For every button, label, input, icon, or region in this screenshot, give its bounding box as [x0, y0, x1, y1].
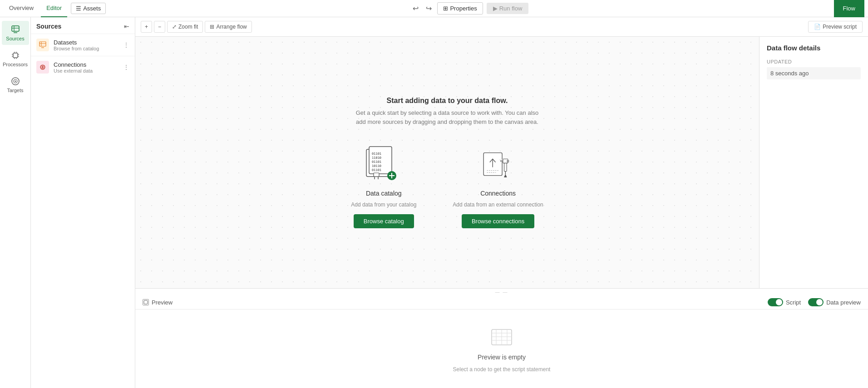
preview-script-icon: 📄 — [814, 24, 821, 30]
sources-panel-title: Sources — [36, 23, 61, 30]
source-datasets-text: Datasets Browse from catalog — [54, 39, 118, 51]
right-panel: Data flow details Updated 8 seconds ago — [759, 37, 868, 288]
assets-icon: ☰ — [76, 5, 81, 12]
play-icon: ▶ — [493, 5, 498, 12]
zoom-fit-icon: ⤢ — [172, 24, 177, 30]
arrange-flow-icon: ⊞ — [210, 24, 214, 30]
script-toggle[interactable] — [768, 298, 783, 306]
redo-button[interactable]: ↪ — [424, 2, 434, 15]
svg-rect-30 — [374, 173, 379, 177]
svg-rect-0 — [12, 26, 19, 31]
sources-panel: Sources ⇤ Datasets Browse from catalog ⋮ — [31, 17, 135, 388]
svg-text:01101: 01101 — [372, 152, 381, 156]
tab-editor[interactable]: Editor — [41, 0, 67, 17]
sources-icon — [10, 25, 20, 34]
svg-rect-16 — [39, 42, 46, 46]
data-preview-toggle-label: Data preview — [826, 299, 861, 306]
preview-empty-icon — [490, 325, 513, 348]
preview-label[interactable]: Preview — [143, 299, 173, 306]
svg-rect-41 — [503, 159, 508, 163]
targets-icon — [10, 76, 20, 86]
svg-point-15 — [15, 81, 16, 82]
connections-more-button[interactable]: ⋮ — [123, 64, 129, 71]
preview-empty-title: Preview is empty — [478, 354, 526, 361]
top-nav-right: ↩ ↪ ⊞ Properties ▶ Run flow — [411, 2, 528, 15]
connections-option-desc: Add data from an external connection — [453, 201, 543, 208]
svg-text:01101: 01101 — [372, 168, 381, 172]
main-area: Sources Processors — [0, 17, 868, 388]
right-panel-title: Data flow details — [767, 44, 861, 52]
script-toggle-item: Script — [768, 298, 801, 306]
preview-empty-state: Preview is empty Select a node to get th… — [135, 309, 868, 388]
source-connections-text: Connections Use external data — [54, 61, 118, 74]
preview-script-button[interactable]: 📄 Preview script — [808, 21, 863, 33]
top-nav: Overview Editor ☰ Assets ↩ ↪ ⊞ Propertie… — [0, 0, 868, 17]
connections-option-title: Connections — [480, 190, 516, 197]
source-item-datasets[interactable]: Datasets Browse from catalog ⋮ — [31, 34, 135, 56]
properties-button[interactable]: ⊞ Properties — [437, 2, 483, 15]
tab-assets[interactable]: ☰ Assets — [71, 3, 106, 14]
preview-empty-desc: Select a node to get the script statemen… — [453, 366, 551, 373]
browse-catalog-button[interactable]: Browse catalog — [354, 214, 414, 228]
svg-point-45 — [500, 160, 502, 162]
targets-label: Targets — [7, 88, 23, 93]
zoom-out-button[interactable]: − — [154, 21, 165, 33]
sidebar-item-targets[interactable]: Targets — [2, 73, 29, 97]
left-icon-sidebar: Sources Processors — [0, 17, 31, 388]
catalog-option: 01101 11010 01101 10110 01101 — [351, 144, 416, 228]
canvas-center: Start adding data to your data flow. Get… — [351, 97, 543, 228]
datasets-icon-box — [36, 39, 49, 51]
run-flow-button[interactable]: ▶ Run flow — [487, 3, 529, 14]
svg-text:01101: 01101 — [372, 160, 381, 164]
connections-icon-box — [36, 61, 49, 74]
divider-handle[interactable]: — — — [135, 289, 868, 295]
catalog-illustration: 01101 11010 01101 10110 01101 — [361, 144, 406, 185]
connections-option: Connections Add data from an external co… — [453, 144, 543, 228]
tab-overview[interactable]: Overview — [4, 0, 39, 17]
svg-point-47 — [500, 159, 501, 160]
zoom-in-button[interactable]: + — [141, 21, 152, 33]
processors-label: Processors — [3, 62, 28, 67]
flow-tab: Flow — [834, 0, 864, 17]
datasets-more-button[interactable]: ⋮ — [123, 41, 129, 49]
browse-connections-button[interactable]: Browse connections — [462, 214, 534, 228]
properties-icon: ⊞ — [443, 5, 448, 12]
sidebar-item-sources[interactable]: Sources — [2, 21, 29, 45]
zoom-fit-button[interactable]: ⤢ Zoom fit — [167, 21, 203, 33]
svg-text:10110: 10110 — [372, 164, 381, 168]
canvas-options: 01101 11010 01101 10110 01101 — [351, 144, 543, 228]
svg-point-46 — [502, 159, 503, 161]
source-item-connections[interactable]: Connections Use external data ⋮ — [31, 56, 135, 78]
svg-rect-4 — [13, 53, 18, 58]
canvas-area: + − ⤢ Zoom fit ⊞ Arrange flow 📄 Preview … — [135, 17, 868, 288]
processors-icon — [10, 50, 20, 60]
canvas-toolbar: + − ⤢ Zoom fit ⊞ Arrange flow 📄 Preview … — [135, 17, 868, 37]
canvas-subtitle: Get a quick start by selecting a data so… — [352, 108, 542, 126]
data-preview-toggle[interactable] — [808, 298, 824, 306]
arrange-flow-button[interactable]: ⊞ Arrange flow — [205, 21, 252, 33]
svg-rect-40 — [504, 162, 507, 172]
sources-label: Sources — [6, 36, 24, 41]
connections-illustration — [475, 144, 521, 185]
canvas-content: Start adding data to your data flow. Get… — [135, 37, 759, 288]
svg-rect-48 — [144, 300, 148, 304]
data-preview-toggle-item: Data preview — [808, 298, 861, 306]
bottom-toolbar: Preview Script Data preview — [135, 295, 868, 309]
canvas-title: Start adding data to your data flow. — [387, 97, 508, 105]
updated-label: Updated — [767, 59, 861, 64]
svg-text:11010: 11010 — [372, 156, 381, 160]
sidebar-item-processors[interactable]: Processors — [2, 47, 29, 71]
catalog-option-title: Data catalog — [366, 190, 402, 197]
bottom-toggles: Script Data preview — [768, 298, 861, 306]
preview-icon — [143, 299, 149, 305]
sources-panel-header: Sources ⇤ — [31, 17, 135, 34]
script-toggle-label: Script — [786, 299, 801, 306]
undo-button[interactable]: ↩ — [411, 2, 420, 15]
updated-value: 8 seconds ago — [767, 67, 861, 79]
bottom-area: — — Preview Script — [135, 288, 868, 388]
catalog-option-desc: Add data from your catalog — [351, 201, 416, 208]
sources-collapse-button[interactable]: ⇤ — [124, 23, 129, 30]
